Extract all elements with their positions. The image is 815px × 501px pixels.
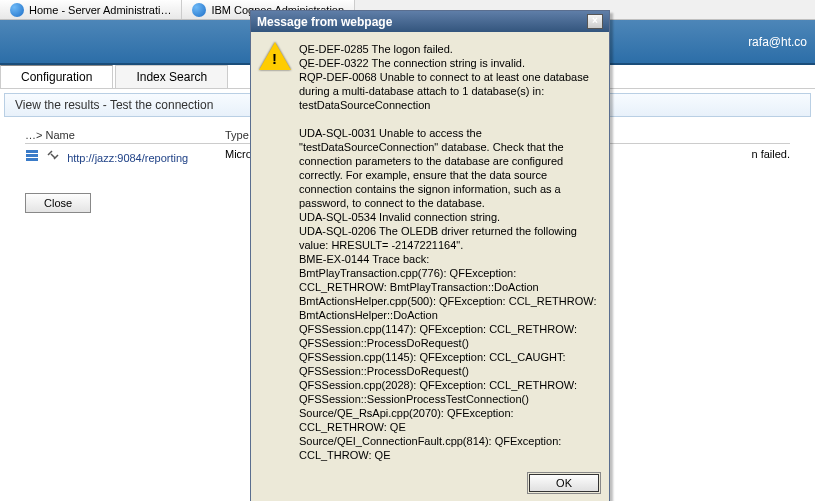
browser-tab-1[interactable]: Home - Server Administrati… (0, 0, 182, 19)
row-url: http://jazz:9084/reporting (67, 152, 188, 164)
ie-icon (192, 3, 206, 17)
link-chain-icon (46, 148, 60, 162)
dialog-buttons: OK (251, 468, 609, 501)
dialog-close-button[interactable]: × (587, 14, 603, 29)
svg-rect-0 (26, 150, 38, 153)
browser-tab-1-label: Home - Server Administrati… (29, 4, 171, 16)
ok-button[interactable]: OK (529, 474, 599, 492)
dialog-titlebar[interactable]: Message from webpage × (251, 11, 609, 32)
breadcrumb[interactable]: …> (25, 129, 42, 141)
message-dialog: Message from webpage × QE-DEF-0285 The l… (250, 10, 610, 501)
tab-configuration[interactable]: Configuration (0, 65, 113, 88)
row-msg-tail: n failed. (751, 148, 790, 160)
dialog-title: Message from webpage (257, 15, 392, 29)
tab-index-search[interactable]: Index Search (115, 65, 228, 88)
svg-rect-2 (26, 158, 38, 161)
dialog-message: QE-DEF-0285 The logon failed. QE-DEF-032… (299, 42, 601, 462)
dialog-body: QE-DEF-0285 The logon failed. QE-DEF-032… (251, 32, 609, 468)
datasource-icon (25, 148, 39, 162)
col-name-label: Name (46, 129, 75, 141)
close-button[interactable]: Close (25, 193, 91, 213)
user-label: rafa@ht.co (748, 35, 807, 49)
close-icon: × (592, 15, 598, 26)
ie-icon (10, 3, 24, 17)
svg-rect-1 (26, 154, 38, 157)
warning-icon (259, 42, 291, 74)
